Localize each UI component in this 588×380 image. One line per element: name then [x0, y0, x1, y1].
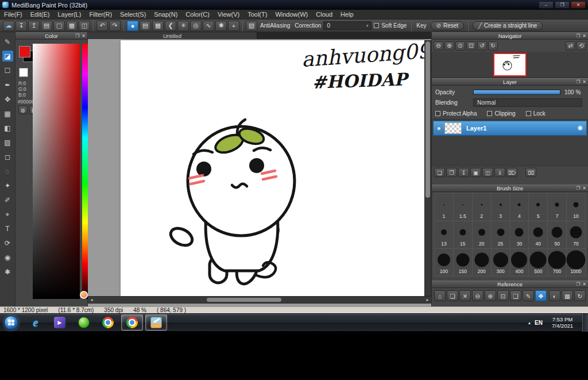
brush-size-option[interactable]: 10: [567, 194, 586, 221]
zoom-in-icon[interactable]: ⊕: [444, 41, 454, 51]
soft-edge-toggle[interactable]: Soft Edge: [374, 22, 407, 29]
menu-view[interactable]: View(V): [214, 10, 243, 19]
taskbar-medibang-button[interactable]: [145, 314, 167, 331]
brush-size-option[interactable]: 70: [567, 221, 586, 249]
refresh-icon[interactable]: ↻: [574, 290, 586, 301]
redo-icon[interactable]: ↷: [109, 21, 121, 31]
protect-alpha-toggle[interactable]: Protect Alpha: [435, 110, 477, 117]
rotate-tool[interactable]: ⟳: [2, 237, 13, 248]
brush-size-option[interactable]: 1.5: [454, 194, 473, 221]
document-icon[interactable]: ▢: [53, 21, 65, 31]
eyedropper-tool[interactable]: ◉: [2, 252, 13, 263]
menu-edit[interactable]: Edit(E): [26, 10, 54, 19]
pen-tool[interactable]: ✒: [2, 79, 13, 90]
fit-icon[interactable]: ⊡: [497, 290, 509, 301]
brush-size-option[interactable]: 100: [435, 249, 454, 277]
scroll-left-icon[interactable]: ◂: [88, 297, 95, 303]
brush-size-option[interactable]: 1: [435, 194, 454, 221]
contrast-icon[interactable]: ◐: [549, 290, 560, 301]
zoom-out-icon[interactable]: ⊖: [434, 41, 443, 51]
bucket-tool[interactable]: ◧: [2, 122, 13, 133]
saturation-value-picker[interactable]: [33, 44, 80, 299]
close-icon[interactable]: ✕: [582, 186, 586, 191]
text-tool[interactable]: T: [2, 223, 13, 234]
layer-folder-icon[interactable]: ▣: [470, 168, 481, 177]
brush-size-option[interactable]: 5: [529, 194, 548, 221]
hand-icon[interactable]: ✥: [535, 290, 547, 301]
close-button[interactable]: ✕: [571, 1, 586, 9]
taskbar-chrome-button[interactable]: [97, 314, 119, 331]
clipping-toggle[interactable]: Clipping: [487, 110, 515, 117]
crop-icon[interactable]: ❑: [510, 290, 521, 301]
taskbar-media-button[interactable]: ▶: [49, 314, 71, 331]
operation-tool[interactable]: ⌖: [2, 209, 13, 220]
undo-icon[interactable]: ↶: [96, 21, 108, 31]
brush-size-option[interactable]: 50: [548, 221, 567, 249]
flip-icon[interactable]: ⇄: [566, 41, 575, 51]
brush-size-option[interactable]: 40: [529, 221, 548, 249]
close-icon[interactable]: ✕: [582, 282, 586, 287]
curve-icon[interactable]: ∿: [203, 21, 214, 31]
navigator-viewport[interactable]: [493, 53, 527, 76]
menu-cloud[interactable]: Cloud: [312, 10, 336, 19]
protect-alpha-checkbox[interactable]: [435, 111, 440, 116]
publish-icon[interactable]: ↥: [28, 21, 40, 31]
move-down-icon[interactable]: ⇓: [494, 168, 505, 177]
clear-layer-icon[interactable]: ⌦: [506, 168, 517, 177]
clipping-checkbox[interactable]: [487, 111, 492, 116]
vertical-scrollbar[interactable]: [424, 40, 431, 296]
popout-icon[interactable]: ❐: [576, 33, 580, 39]
soft-edge-checkbox[interactable]: [374, 23, 379, 28]
add-icon[interactable]: +: [228, 21, 239, 31]
antialiasing-label[interactable]: AntiAliasing: [260, 22, 290, 29]
taskbar-clock[interactable]: 7:53 PM 7/4/2021: [547, 316, 578, 329]
taskbar-green-app-button[interactable]: [73, 314, 95, 331]
hidden-icons-arrow[interactable]: ▴: [528, 320, 531, 325]
popout-icon[interactable]: ❐: [576, 282, 580, 287]
brush-size-option[interactable]: 200: [473, 249, 492, 277]
popout-icon[interactable]: ❐: [75, 33, 79, 39]
select-pen-tool[interactable]: ✐: [2, 194, 13, 205]
angle-icon[interactable]: ❮: [165, 21, 176, 31]
brush-size-option[interactable]: 150: [454, 249, 473, 277]
home-icon[interactable]: ⌂: [434, 290, 446, 301]
magic-wand-tool[interactable]: ✦: [2, 180, 13, 191]
layer-thumbnail[interactable]: [444, 122, 462, 134]
opacity-slider[interactable]: [473, 90, 560, 95]
dot-pen-tool[interactable]: ☐: [2, 65, 13, 76]
canvas-tab[interactable]: Untitled: [88, 32, 257, 39]
blending-dropdown[interactable]: Normal: [473, 98, 582, 107]
minimize-button[interactable]: –: [539, 1, 554, 9]
menu-help[interactable]: Help: [336, 10, 358, 19]
close-icon[interactable]: ✕: [82, 33, 86, 39]
brush-size-option[interactable]: 500: [529, 249, 548, 277]
vertical-scrollbar-thumb[interactable]: [425, 41, 430, 198]
zoom-reset-icon[interactable]: ⊙: [455, 41, 465, 51]
move-tool[interactable]: ✥: [2, 94, 13, 105]
grid-icon[interactable]: ▦: [66, 21, 78, 31]
layer-row[interactable]: Layer1 ✺: [433, 121, 587, 136]
start-button[interactable]: [4, 316, 18, 330]
import-layer-icon[interactable]: ↧: [458, 168, 469, 177]
brush-size-option[interactable]: 20: [473, 221, 492, 249]
fit-icon[interactable]: ⊡: [466, 41, 476, 51]
brush-size-option[interactable]: 4: [510, 194, 529, 221]
menu-select[interactable]: Select(S): [116, 10, 150, 19]
select-tool[interactable]: ◻: [2, 151, 13, 162]
delete-layer-icon[interactable]: ⌧: [525, 168, 536, 177]
picker-icon[interactable]: ✎: [523, 290, 534, 301]
pattern-icon[interactable]: ▦: [152, 21, 164, 31]
horizontal-scrollbar[interactable]: ◂ ▸: [88, 296, 431, 304]
cloud-icon[interactable]: ☁: [3, 21, 14, 31]
reset-button[interactable]: ⊘ Reset: [431, 21, 465, 30]
brush-size-option[interactable]: 3: [492, 194, 510, 221]
new-layer-icon[interactable]: ❏: [434, 168, 445, 177]
menu-layer[interactable]: Layer(L): [53, 10, 85, 19]
layer-visibility-icon[interactable]: [437, 126, 441, 130]
close-icon[interactable]: ✕: [582, 33, 586, 39]
brush-size-option[interactable]: 30: [510, 221, 529, 249]
horizontal-scrollbar-thumb[interactable]: [207, 298, 281, 302]
brush-size-option[interactable]: 1000: [567, 249, 586, 277]
brush-size-option[interactable]: 25: [492, 221, 510, 249]
layer-settings-icon[interactable]: ✺: [577, 124, 583, 132]
